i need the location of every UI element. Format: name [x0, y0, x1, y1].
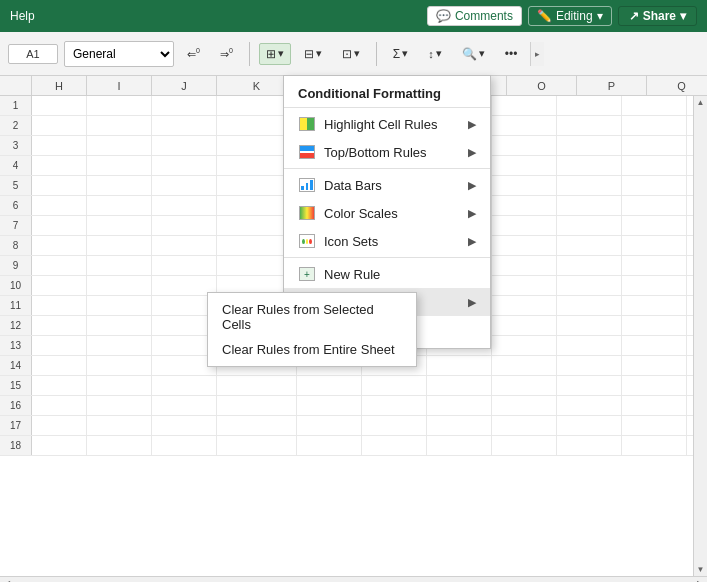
col-header-H[interactable]: H	[32, 76, 87, 95]
col-header-J[interactable]: J	[152, 76, 217, 95]
menu-item-highlight-cell-rules[interactable]: Highlight Cell Rules ▶	[284, 110, 490, 138]
grid-cell-I5[interactable]	[87, 176, 152, 195]
grid-cell-I12[interactable]	[87, 316, 152, 335]
grid-cell-H1[interactable]	[32, 96, 87, 115]
grid-cell-J1[interactable]	[152, 96, 217, 115]
grid-cell-Q1[interactable]	[622, 96, 687, 115]
grid-cell-J5[interactable]	[152, 176, 217, 195]
grid-cell-H15[interactable]	[32, 376, 87, 395]
grid-cell-Q16[interactable]	[622, 396, 687, 415]
grid-cell-H14[interactable]	[32, 356, 87, 375]
cell-address-box[interactable]: A1	[8, 44, 58, 64]
grid-cell-O10[interactable]	[492, 276, 557, 295]
grid-cell-Q9[interactable]	[622, 256, 687, 275]
grid-cell-H13[interactable]	[32, 336, 87, 355]
grid-cell-N15[interactable]	[427, 376, 492, 395]
grid-cell-P17[interactable]	[557, 416, 622, 435]
grid-cell-H10[interactable]	[32, 276, 87, 295]
grid-cell-J2[interactable]	[152, 116, 217, 135]
vertical-scrollbar[interactable]: ▲ ▼	[693, 96, 707, 576]
grid-cell-P13[interactable]	[557, 336, 622, 355]
formula-bar-scroll[interactable]: ▸	[530, 42, 544, 66]
share-button[interactable]: ↗ Share ▾	[618, 6, 697, 26]
submenu-item-selected-cells[interactable]: Clear Rules from Selected Cells	[208, 297, 416, 337]
grid-cell-O2[interactable]	[492, 116, 557, 135]
grid-cell-Q10[interactable]	[622, 276, 687, 295]
grid-cell-Q14[interactable]	[622, 356, 687, 375]
grid-cell-I18[interactable]	[87, 436, 152, 455]
grid-cell-L17[interactable]	[297, 416, 362, 435]
grid-cell-P2[interactable]	[557, 116, 622, 135]
grid-cell-I11[interactable]	[87, 296, 152, 315]
grid-cell-P9[interactable]	[557, 256, 622, 275]
cell-styles-button[interactable]: ⊡ ▾	[335, 43, 367, 65]
menu-item-data-bars[interactable]: Data Bars ▶	[284, 171, 490, 199]
grid-cell-O3[interactable]	[492, 136, 557, 155]
grid-cell-N14[interactable]	[427, 356, 492, 375]
grid-cell-I10[interactable]	[87, 276, 152, 295]
submenu-item-entire-sheet[interactable]: Clear Rules from Entire Sheet	[208, 337, 416, 362]
grid-cell-O8[interactable]	[492, 236, 557, 255]
grid-cell-I4[interactable]	[87, 156, 152, 175]
menu-item-icon-sets[interactable]: Icon Sets ▶	[284, 227, 490, 255]
grid-cell-O16[interactable]	[492, 396, 557, 415]
grid-cell-Q8[interactable]	[622, 236, 687, 255]
grid-cell-O5[interactable]	[492, 176, 557, 195]
grid-cell-Q13[interactable]	[622, 336, 687, 355]
grid-cell-O14[interactable]	[492, 356, 557, 375]
sum-button[interactable]: Σ ▾	[386, 43, 415, 65]
grid-cell-K15[interactable]	[217, 376, 297, 395]
grid-cell-H7[interactable]	[32, 216, 87, 235]
grid-cell-O7[interactable]	[492, 216, 557, 235]
grid-cell-O11[interactable]	[492, 296, 557, 315]
search-button[interactable]: 🔍 ▾	[455, 43, 492, 65]
col-header-P[interactable]: P	[577, 76, 647, 95]
grid-cell-L15[interactable]	[297, 376, 362, 395]
grid-cell-H8[interactable]	[32, 236, 87, 255]
grid-cell-Q12[interactable]	[622, 316, 687, 335]
grid-cell-Q7[interactable]	[622, 216, 687, 235]
grid-cell-P12[interactable]	[557, 316, 622, 335]
grid-cell-K17[interactable]	[217, 416, 297, 435]
grid-cell-J3[interactable]	[152, 136, 217, 155]
grid-cell-I14[interactable]	[87, 356, 152, 375]
grid-cell-N18[interactable]	[427, 436, 492, 455]
grid-cell-H9[interactable]	[32, 256, 87, 275]
sort-button[interactable]: ↕ ▾	[421, 43, 449, 64]
number-format-select[interactable]: General	[64, 41, 174, 67]
grid-cell-I7[interactable]	[87, 216, 152, 235]
col-header-O[interactable]: O	[507, 76, 577, 95]
grid-cell-I13[interactable]	[87, 336, 152, 355]
grid-cell-P15[interactable]	[557, 376, 622, 395]
menu-item-top-bottom-rules[interactable]: Top/Bottom Rules ▶	[284, 138, 490, 166]
grid-cell-Q18[interactable]	[622, 436, 687, 455]
grid-cell-O1[interactable]	[492, 96, 557, 115]
grid-cell-Q5[interactable]	[622, 176, 687, 195]
grid-cell-K16[interactable]	[217, 396, 297, 415]
col-header-I[interactable]: I	[87, 76, 152, 95]
grid-cell-J6[interactable]	[152, 196, 217, 215]
grid-cell-I6[interactable]	[87, 196, 152, 215]
grid-cell-O18[interactable]	[492, 436, 557, 455]
grid-cell-Q2[interactable]	[622, 116, 687, 135]
grid-cell-Q15[interactable]	[622, 376, 687, 395]
grid-cell-P18[interactable]	[557, 436, 622, 455]
grid-cell-I8[interactable]	[87, 236, 152, 255]
grid-cell-J8[interactable]	[152, 236, 217, 255]
grid-cell-I1[interactable]	[87, 96, 152, 115]
grid-cell-P1[interactable]	[557, 96, 622, 115]
comments-button[interactable]: 💬 Comments	[427, 6, 522, 26]
grid-cell-H5[interactable]	[32, 176, 87, 195]
grid-cell-P10[interactable]	[557, 276, 622, 295]
grid-cell-O15[interactable]	[492, 376, 557, 395]
grid-cell-J16[interactable]	[152, 396, 217, 415]
grid-cell-M18[interactable]	[362, 436, 427, 455]
conditional-formatting-button[interactable]: ⊞ ▾	[259, 43, 291, 65]
grid-cell-H4[interactable]	[32, 156, 87, 175]
grid-cell-P5[interactable]	[557, 176, 622, 195]
grid-cell-P8[interactable]	[557, 236, 622, 255]
grid-cell-Q17[interactable]	[622, 416, 687, 435]
grid-cell-O6[interactable]	[492, 196, 557, 215]
grid-cell-H16[interactable]	[32, 396, 87, 415]
grid-cell-P4[interactable]	[557, 156, 622, 175]
